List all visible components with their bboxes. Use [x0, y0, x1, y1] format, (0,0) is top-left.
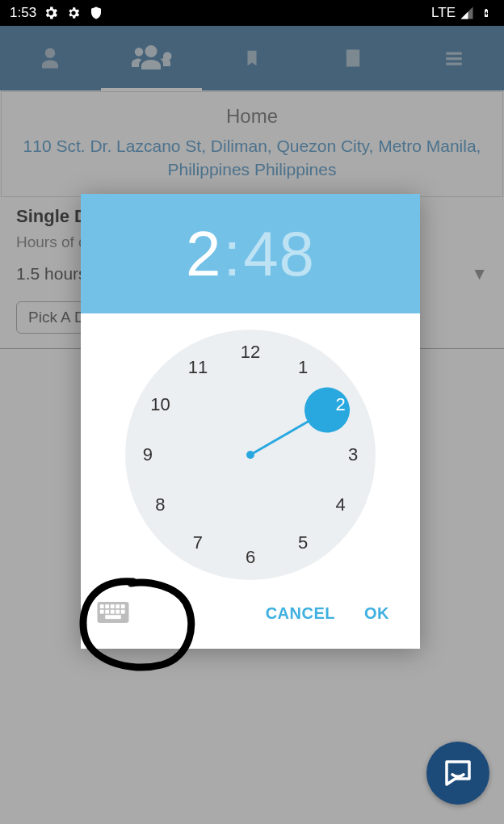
chat-fab[interactable]	[426, 742, 489, 805]
clock-num-10[interactable]: 10	[150, 394, 170, 415]
svg-rect-7	[105, 609, 109, 613]
clock-num-1[interactable]: 1	[298, 357, 308, 378]
time-hour[interactable]: 2	[186, 218, 221, 289]
network-label: LTE	[431, 5, 456, 21]
svg-rect-4	[116, 604, 120, 608]
status-bar: 1:53 LTE	[0, 0, 504, 26]
clock-num-8[interactable]: 8	[155, 494, 165, 515]
clock-num-4[interactable]: 4	[335, 494, 345, 515]
clock-num-9[interactable]: 9	[143, 444, 153, 465]
shield-icon	[88, 5, 104, 21]
svg-rect-5	[121, 604, 125, 608]
svg-rect-8	[111, 609, 115, 613]
battery-charging-icon	[478, 5, 494, 21]
time-colon: :	[223, 218, 242, 289]
clock-hand	[250, 410, 328, 456]
svg-rect-1	[100, 604, 104, 608]
status-time: 1:53	[10, 5, 36, 21]
svg-rect-11	[105, 615, 121, 619]
clock-num-2[interactable]: 2	[335, 394, 345, 415]
ok-button[interactable]: OK	[350, 596, 404, 631]
clock-face[interactable]: 12 1 2 3 4 5 6 7 8 9 10 11	[125, 330, 376, 580]
clock-num-7[interactable]: 7	[193, 532, 203, 553]
svg-rect-9	[116, 609, 120, 613]
svg-rect-3	[111, 604, 115, 608]
gear-icon	[43, 5, 59, 21]
clock-num-12[interactable]: 12	[241, 342, 260, 363]
time-picker-dialog: 2:48 12 1 2 3 4 5 6 7 8 9 10 11 CANCEL O…	[81, 194, 420, 649]
clock-num-11[interactable]: 11	[188, 357, 208, 378]
time-display-header: 2:48	[81, 194, 420, 313]
svg-rect-6	[100, 609, 104, 613]
svg-rect-2	[105, 604, 109, 608]
clock-center	[246, 451, 254, 459]
keyboard-input-button[interactable]	[97, 602, 129, 626]
clock-num-6[interactable]: 6	[246, 547, 255, 568]
clock-num-3[interactable]: 3	[348, 444, 358, 465]
cancel-button[interactable]: CANCEL	[251, 596, 350, 631]
time-minute[interactable]: 48	[243, 218, 315, 289]
svg-rect-10	[121, 609, 125, 613]
clock-num-5[interactable]: 5	[298, 532, 308, 553]
gear-small-icon	[65, 5, 82, 21]
signal-icon	[459, 5, 475, 21]
